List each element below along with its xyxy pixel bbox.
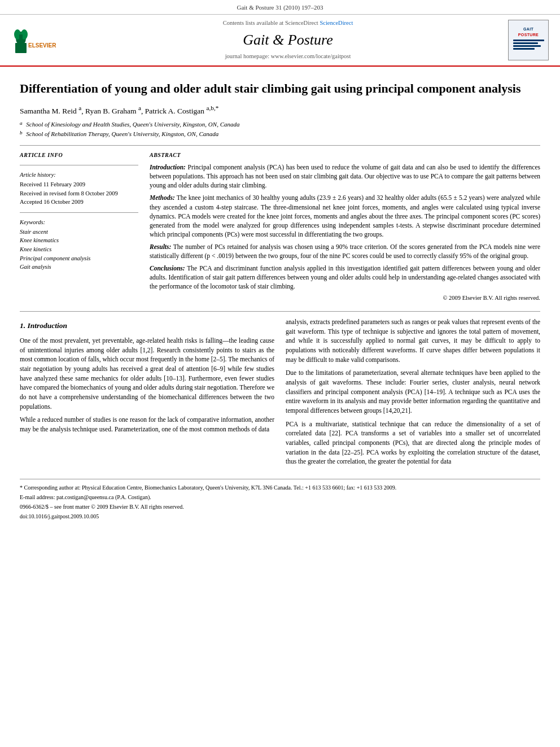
abstract-methods: Methods: The knee joint mechanics of 30 … — [150, 193, 540, 238]
abstract-section: ABSTRACT Introduction: Principal compone… — [150, 151, 540, 303]
footnote-email: E-mail address: pat.costigan@queensu.ca … — [20, 493, 540, 501]
abstract-heading: ABSTRACT — [150, 151, 540, 159]
journal-header: ELSEVIER Contents lists available at Sci… — [0, 15, 560, 67]
elsevier-logo-svg: ELSEVIER — [14, 26, 65, 54]
intro-heading: 1. Introduction — [20, 321, 274, 331]
affiliations: a School of Kinesiology and Health Studi… — [20, 120, 540, 138]
intro-para1: One of the most prevalent, yet preventab… — [20, 336, 274, 411]
affil-sup-a: a — [20, 120, 23, 128]
copyright-line: © 2009 Elsevier B.V. All rights reserved… — [150, 294, 540, 303]
methods-label: Methods: — [150, 194, 175, 201]
main-content: 1. Introduction One of the most prevalen… — [20, 317, 540, 470]
intro-para3: analysis, extracts predefined parameters… — [286, 317, 540, 364]
article-title: Differentiation of young and older adult… — [20, 81, 540, 97]
abstract-results: Results: The number of PCs retained for … — [150, 242, 540, 260]
journal-title-center: Contents lists available at ScienceDirec… — [68, 19, 508, 61]
col-left: 1. Introduction One of the most prevalen… — [20, 317, 274, 470]
results-text: The number of PCs retained for analysis … — [150, 243, 540, 259]
methods-text: The knee joint mechanics of 30 healthy y… — [150, 194, 540, 237]
abstract-conclusions: Conclusions: The PCA and discriminant fu… — [150, 264, 540, 291]
keywords-section: Keywords: Stair ascent Knee kinematics K… — [20, 219, 138, 272]
received-date: Received 11 February 2009 — [20, 181, 138, 189]
intro-para4: Due to the limitations of parameterizati… — [286, 368, 540, 415]
footnote-corresponding: * Corresponding author at: Physical Educ… — [20, 484, 540, 492]
affil-a: a School of Kinesiology and Health Studi… — [20, 120, 540, 129]
svg-rect-4 — [19, 34, 23, 53]
gp-logo-text2: POSTURE — [518, 32, 539, 38]
revised-date: Received in revised form 8 October 2009 — [20, 190, 138, 198]
intro-text: Principal component analysis (PCA) has b… — [150, 164, 540, 189]
author-sup-a2: a — [138, 104, 141, 111]
keyword-4: Principal component analysis — [20, 255, 138, 263]
abstract-intro: Introduction: Principal component analys… — [150, 163, 540, 190]
conclusions-label: Conclusions: — [150, 265, 185, 272]
article-info-heading: ARTICLE INFO — [20, 151, 138, 159]
svg-text:ELSEVIER: ELSEVIER — [28, 42, 56, 49]
footnote-doi: doi:10.1016/j.gaitpost.2009.10.005 — [20, 513, 540, 521]
divider-1 — [20, 145, 540, 146]
conclusions-text: The PCA and discriminant function analys… — [150, 265, 540, 290]
affil-b: b School of Rehabilitation Therapy, Quee… — [20, 129, 540, 139]
gait-posture-logo: GAIT POSTURE — [508, 20, 549, 60]
divider-info — [20, 165, 138, 165]
info-abstract-row: ARTICLE INFO Article history: Received 1… — [20, 151, 540, 303]
journal-citation-bar: Gait & Posture 31 (2010) 197–203 — [0, 0, 560, 15]
keyword-5: Gait analysis — [20, 263, 138, 272]
page-footnotes: * Corresponding author at: Physical Educ… — [20, 479, 540, 521]
contents-line: Contents lists available at ScienceDirec… — [68, 19, 508, 28]
keyword-2: Knee kinematics — [20, 237, 138, 245]
gp-logo-lines — [513, 40, 544, 54]
affil-sup-b: b — [20, 129, 23, 137]
journal-main-title: Gait & Posture — [68, 30, 508, 50]
intro-para5: PCA is a multivariate, statistical techn… — [286, 420, 540, 466]
intro-label: Introduction: — [150, 164, 186, 171]
article-body: Differentiation of young and older adult… — [0, 67, 560, 534]
journal-homepage: journal homepage: www.elsevier.com/locat… — [68, 53, 508, 61]
intro-para2: While a reduced number of studies is one… — [20, 415, 274, 434]
footnote-issn: 0966-6362/$ – see front matter © 2009 El… — [20, 503, 540, 511]
article-info: ARTICLE INFO Article history: Received 1… — [20, 151, 138, 303]
affil-a-text: School of Kinesiology and Health Studies… — [26, 120, 239, 129]
divider-2 — [20, 311, 540, 312]
divider-info2 — [20, 212, 138, 213]
keywords-label: Keywords: — [20, 219, 138, 227]
sciencedirect-link[interactable]: ScienceDirect — [320, 20, 353, 26]
accepted-date: Accepted 16 October 2009 — [20, 198, 138, 207]
journal-citation: Gait & Posture 31 (2010) 197–203 — [237, 4, 323, 11]
keyword-3: Knee kinetics — [20, 246, 138, 254]
keyword-1: Stair ascent — [20, 228, 138, 237]
history-label: Article history: — [20, 171, 138, 180]
results-label: Results: — [150, 243, 171, 250]
authors-line: Samantha M. Reid a, Ryan B. Graham a, Pa… — [20, 104, 540, 116]
col-right: analysis, extracts predefined parameters… — [286, 317, 540, 470]
elsevier-logo: ELSEVIER — [11, 26, 68, 54]
author-sup-a: a — [78, 104, 81, 111]
affil-b-text: School of Rehabilitation Therapy, Queen'… — [26, 129, 218, 139]
author-sup-ab: a,b,* — [206, 104, 218, 111]
gp-logo-text1: GAIT — [523, 27, 533, 32]
